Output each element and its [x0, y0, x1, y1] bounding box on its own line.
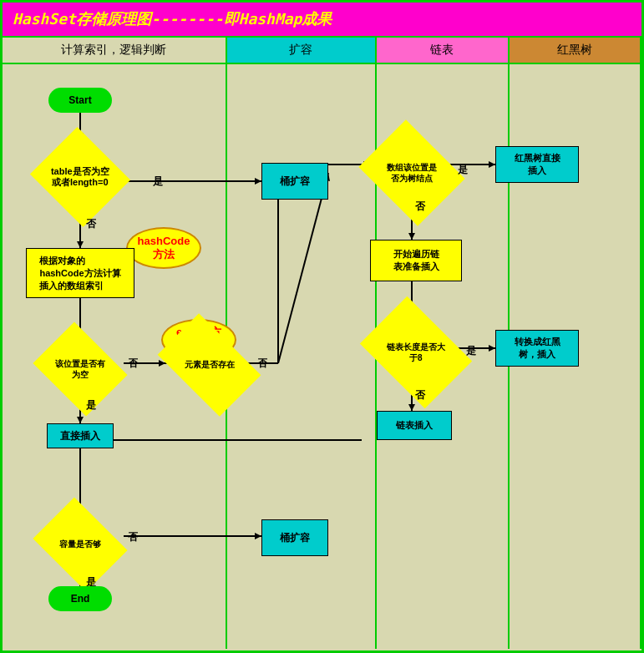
no-label-listlen: 否: [415, 388, 425, 402]
yes-label-tree: 是: [458, 163, 468, 177]
direct-insert-rect: 直接插入: [47, 423, 114, 448]
outer-border: HashSet存储原理图--------即HashMap成果 计算索引，逻辑判断…: [0, 0, 644, 653]
barrel-expand-2: 桶扩容: [261, 519, 328, 556]
hashcode-ellipse: hashCode 方法: [126, 227, 201, 269]
column-headers: 计算索引，逻辑判断 扩容 链表 红黑树: [3, 38, 641, 64]
compute-hash-rect: 根据对象的 hashCode方法计算 插入的数组索引: [26, 248, 134, 298]
no-label-element: 否: [257, 357, 267, 371]
main-area: Start table是否为空 或者length=0 是 否 hashCode …: [3, 64, 641, 649]
col-header-2: 扩容: [227, 38, 377, 63]
yes-label-pos: 是: [86, 398, 96, 413]
yes-label-listlen: 是: [466, 344, 476, 358]
col-header-3: 链表: [377, 38, 510, 63]
no-label-pos: 否: [128, 357, 138, 371]
convert-rbt-rect: 转换成红黑 树，插入: [495, 330, 579, 367]
start-node: Start: [48, 88, 112, 113]
end-node: End: [48, 586, 112, 611]
no-label-tree: 否: [415, 200, 425, 214]
title-bar: HashSet存储原理图--------即HashMap成果: [3, 3, 641, 38]
list-insert-rect: 链表插入: [377, 411, 452, 440]
col-header-1: 计算索引，逻辑判断: [3, 38, 227, 63]
col-header-4: 红黑树: [510, 38, 641, 63]
title-text: HashSet存储原理图--------即HashMap成果: [13, 10, 332, 28]
rbt-direct-insert-rect: 红黑树直接 插入: [495, 146, 579, 183]
col-section-2: [227, 64, 377, 649]
barrel-expand-1: 桶扩容: [261, 163, 328, 200]
traverse-list-rect: 开始遍历链 表准备插入: [370, 240, 462, 281]
no-label-table: 否: [86, 217, 96, 231]
no-label-capacity: 否: [128, 530, 138, 544]
yes-label-table: 是: [153, 175, 163, 189]
